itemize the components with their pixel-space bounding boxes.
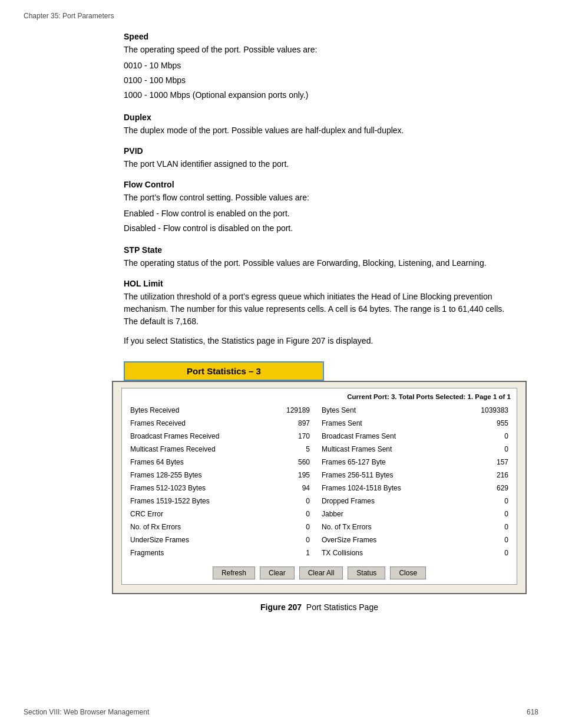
- figure-container: Port Statistics – 3 Current Port: 3. Tot…: [112, 361, 527, 612]
- statistics-intro: If you select Statistics, the Statistics…: [124, 335, 515, 347]
- table-row: Frames Received 897 Frames Sent 955: [128, 417, 511, 430]
- flow-control-item-2: Disabled - Flow control is disabled on t…: [124, 221, 515, 236]
- right-value: 157: [457, 456, 511, 469]
- button-row: Refresh Clear Clear All Status Close: [128, 566, 511, 579]
- left-label: Frames 512-1023 Bytes: [128, 482, 273, 495]
- left-value: 0: [273, 521, 319, 533]
- clear-button[interactable]: Clear: [260, 566, 295, 579]
- left-value: 1: [273, 546, 319, 559]
- section-title-flow-control: Flow Control: [124, 180, 515, 189]
- left-value: 560: [273, 456, 319, 469]
- section-pvid: PVID The port VLAN identifier assigned t…: [124, 146, 515, 170]
- section-duplex: Duplex The duplex mode of the port. Poss…: [124, 113, 515, 137]
- left-value: 94: [273, 482, 319, 495]
- figure-box-inner: Current Port: 3. Total Ports Selected: 1…: [121, 388, 517, 585]
- left-value: 0: [273, 508, 319, 521]
- table-row: Broadcast Frames Received 170 Broadcast …: [128, 430, 511, 443]
- section-title-speed: Speed: [124, 32, 515, 41]
- right-value: 629: [457, 482, 511, 495]
- left-label: Multicast Frames Received: [128, 443, 273, 456]
- right-label: Bytes Sent: [319, 404, 457, 417]
- section-stp-state: STP State The operating status of the po…: [124, 245, 515, 269]
- left-label: UnderSize Frames: [128, 533, 273, 546]
- flow-control-item-1: Enabled - Flow control is enabled on the…: [124, 206, 515, 221]
- left-value: 195: [273, 469, 319, 482]
- left-label: Frames 128-255 Bytes: [128, 469, 273, 482]
- right-label: Broadcast Frames Sent: [319, 430, 457, 443]
- footer-left: Section VIII: Web Browser Management: [24, 708, 149, 716]
- left-label: Frames 1519-1522 Bytes: [128, 495, 273, 508]
- table-row: Frames 64 Bytes 560 Frames 65-127 Byte 1…: [128, 456, 511, 469]
- status-button[interactable]: Status: [348, 566, 385, 579]
- figure-box: Current Port: 3. Total Ports Selected: 1…: [112, 381, 527, 594]
- right-label: TX Collisions: [319, 546, 457, 559]
- table-row: Fragments 1 TX Collisions 0: [128, 546, 511, 559]
- right-value: 0: [457, 430, 511, 443]
- left-label: Fragments: [128, 546, 273, 559]
- section-title-pvid: PVID: [124, 146, 515, 156]
- right-value: 216: [457, 469, 511, 482]
- table-row: Frames 512-1023 Bytes 94 Frames 1024-151…: [128, 482, 511, 495]
- table-row: Frames 128-255 Bytes 195 Frames 256-511 …: [128, 469, 511, 482]
- left-value: 897: [273, 417, 319, 430]
- right-label: OverSize Frames: [319, 533, 457, 546]
- clear-all-button[interactable]: Clear All: [299, 566, 343, 579]
- right-label: Jabber: [319, 508, 457, 521]
- left-value: 0: [273, 533, 319, 546]
- section-title-duplex: Duplex: [124, 113, 515, 122]
- chapter-header: Chapter 35: Port Parameters: [24, 12, 538, 20]
- right-value: 955: [457, 417, 511, 430]
- section-speed: Speed The operating speed of the port. P…: [124, 32, 515, 103]
- table-row: UnderSize Frames 0 OverSize Frames 0: [128, 533, 511, 546]
- figure-caption: Figure 207 Port Statistics Page: [112, 602, 527, 612]
- right-label: Frames 256-511 Bytes: [319, 469, 457, 482]
- right-value: 0: [457, 495, 511, 508]
- speed-item-1: 0010 - 10 Mbps: [124, 58, 515, 73]
- footer: Section VIII: Web Browser Management 618: [24, 708, 538, 716]
- right-label: No. of Tx Errors: [319, 521, 457, 533]
- section-body-hol-limit: The utilization threshold of a port’s eg…: [124, 291, 515, 328]
- section-title-hol-limit: HOL Limit: [124, 279, 515, 288]
- table-row: Frames 1519-1522 Bytes 0 Dropped Frames …: [128, 495, 511, 508]
- speed-item-2: 0100 - 100 Mbps: [124, 73, 515, 88]
- table-row: Multicast Frames Received 5 Multicast Fr…: [128, 443, 511, 456]
- right-value: 0: [457, 533, 511, 546]
- section-body-pvid: The port VLAN identifier assigned to the…: [124, 158, 515, 170]
- left-value: 0: [273, 495, 319, 508]
- right-value: 0: [457, 521, 511, 533]
- left-value: 129189: [273, 404, 319, 417]
- section-body-speed: The operating speed of the port. Possibl…: [124, 44, 515, 56]
- right-label: Multicast Frames Sent: [319, 443, 457, 456]
- right-label: Frames 1024-1518 Bytes: [319, 482, 457, 495]
- left-label: No. of Rx Errors: [128, 521, 273, 533]
- section-hol-limit: HOL Limit The utilization threshold of a…: [124, 279, 515, 328]
- close-button[interactable]: Close: [390, 566, 426, 579]
- section-body-stp-state: The operating status of the port. Possib…: [124, 257, 515, 269]
- right-label: Dropped Frames: [319, 495, 457, 508]
- right-label: Frames Sent: [319, 417, 457, 430]
- right-label: Frames 65-127 Byte: [319, 456, 457, 469]
- stats-table: Bytes Received 129189 Bytes Sent 1039383…: [128, 404, 511, 559]
- left-label: Broadcast Frames Received: [128, 430, 273, 443]
- right-value: 0: [457, 508, 511, 521]
- left-value: 170: [273, 430, 319, 443]
- section-flow-control: Flow Control The port’s flow control set…: [124, 180, 515, 236]
- speed-item-3: 1000 - 1000 Mbps (Optional expansion por…: [124, 88, 515, 103]
- table-row: Bytes Received 129189 Bytes Sent 1039383: [128, 404, 511, 417]
- current-port-info: Current Port: 3. Total Ports Selected: 1…: [128, 393, 511, 400]
- left-label: CRC Error: [128, 508, 273, 521]
- table-row: CRC Error 0 Jabber 0: [128, 508, 511, 521]
- section-body-flow-control: The port’s flow control setting. Possibl…: [124, 192, 515, 204]
- section-body-duplex: The duplex mode of the port. Possible va…: [124, 124, 515, 137]
- right-value: 0: [457, 443, 511, 456]
- left-value: 5: [273, 443, 319, 456]
- right-value: 1039383: [457, 404, 511, 417]
- section-title-stp-state: STP State: [124, 245, 515, 255]
- refresh-button[interactable]: Refresh: [213, 566, 255, 579]
- left-label: Frames 64 Bytes: [128, 456, 273, 469]
- left-label: Frames Received: [128, 417, 273, 430]
- footer-right: 618: [527, 708, 538, 716]
- right-value: 0: [457, 546, 511, 559]
- table-row: No. of Rx Errors 0 No. of Tx Errors 0: [128, 521, 511, 533]
- figure-title-bar: Port Statistics – 3: [124, 361, 324, 381]
